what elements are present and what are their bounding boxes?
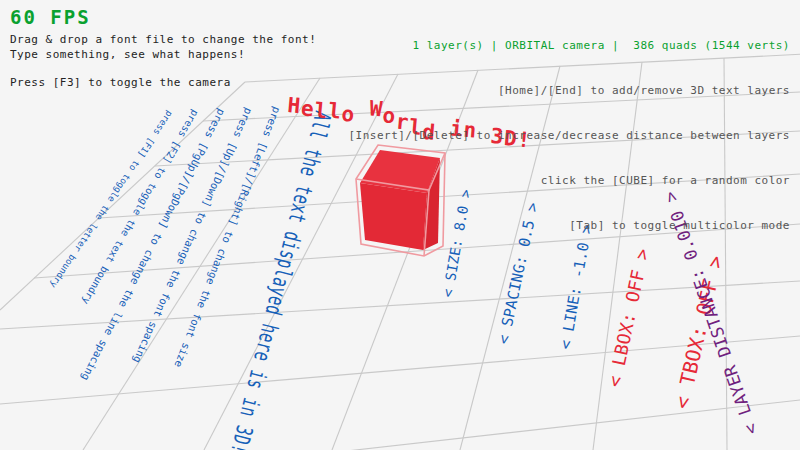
status-bar: 1 layer(s) | ORBITAL camera | 386 quads … [348, 38, 790, 53]
help-line-distance: [Insert]/[Delete] to increase/decrease d… [348, 128, 790, 143]
help-line-drop-font: Drag & drop a font file to change the fo… [10, 32, 316, 47]
help-text-left: Drag & drop a font file to change the fo… [10, 32, 316, 90]
app-window: All the text displayed here is in 3D! pr… [0, 0, 800, 450]
help-text-right: 1 layer(s) | ORBITAL camera | 386 quads … [348, 8, 790, 263]
help-line-multicolor: [Tab] to toggle multicolor mode [348, 218, 790, 233]
help-line-cube: click the [CUBE] for a random color [348, 173, 790, 188]
big-3d-text: All the text displayed here is in 3D! [225, 109, 337, 450]
setting-3d-text-lbox: < LBOX: OFF > [603, 247, 653, 389]
help-line-layers: [Home]/[End] to add/remove 3D text layer… [348, 83, 790, 98]
instruction-3d-text-3: press [PgUp]/[PgDown] to change the line… [79, 107, 227, 383]
fps-counter: 60 FPS [10, 6, 91, 28]
help-line-type: Type something, see what happens! [10, 47, 316, 62]
help-line-camera: Press [F3] to toggle the camera [10, 75, 316, 90]
